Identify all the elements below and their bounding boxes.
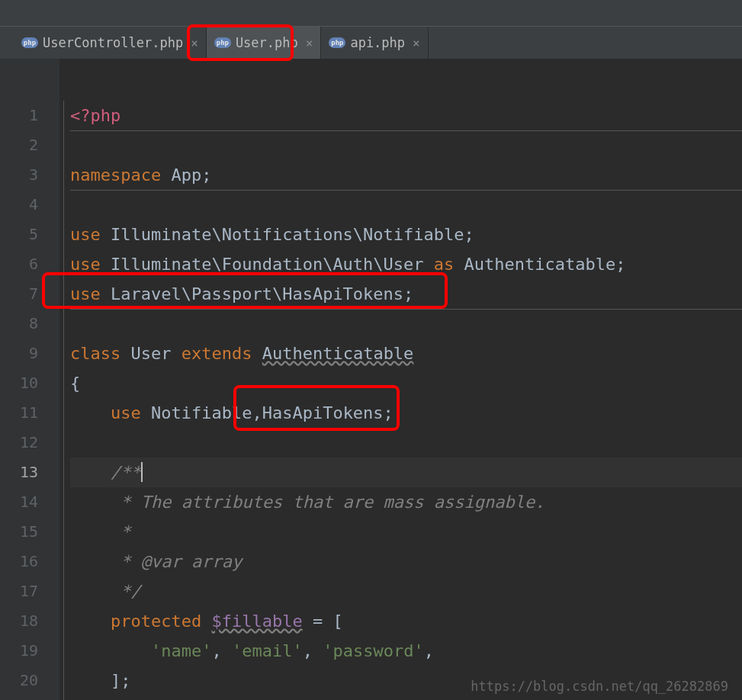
code-line: */ <box>70 576 742 606</box>
tab-user[interactable]: php User.php × <box>207 27 322 59</box>
code-line: { <box>70 368 742 398</box>
line-number: 12 <box>0 428 59 458</box>
php-icon: php <box>21 37 38 48</box>
code-line <box>70 428 742 458</box>
watermark: https://blog.csdn.net/qq_26282869 <box>471 679 728 694</box>
code-line: * @var array <box>70 547 742 576</box>
tab-label: UserController.php <box>43 35 183 50</box>
close-icon[interactable]: × <box>413 36 420 50</box>
code-line <box>70 190 742 220</box>
line-number: 17 <box>0 576 59 606</box>
line-number: 6 <box>0 249 59 279</box>
code-line: use Illuminate\Notifications\Notifiable; <box>70 220 742 249</box>
tab-label: api.php <box>350 35 405 50</box>
line-number: 13 <box>0 458 59 487</box>
tab-usercontroller[interactable]: php UserController.php × <box>14 27 207 59</box>
code-line: <?php <box>70 101 742 130</box>
line-number: 7 <box>0 279 59 309</box>
close-icon[interactable]: × <box>306 36 313 50</box>
code-line: namespace App; <box>70 160 742 190</box>
line-number: 11 <box>0 398 59 428</box>
code-line: 'name', 'email', 'password', <box>70 636 742 666</box>
line-number: 19 <box>0 636 59 666</box>
line-number: 4 <box>0 190 59 220</box>
code-line: class User extends Authenticatable <box>70 339 742 368</box>
gutter: 1 2 3 4 5 6 7 8 9 10 11 12 13 14 15 16 1… <box>0 59 59 700</box>
code-line: use Illuminate\Foundation\Auth\User as A… <box>70 249 742 279</box>
php-icon: php <box>214 37 231 48</box>
code-line: * <box>70 517 742 547</box>
tab-api[interactable]: php api.php × <box>321 27 428 59</box>
line-number: 5 <box>0 220 59 249</box>
line-number: 20 <box>0 666 59 695</box>
code-line <box>70 130 742 160</box>
line-number: 16 <box>0 547 59 576</box>
code-line: protected $fillable = [ <box>70 606 742 636</box>
editor[interactable]: 1 2 3 4 5 6 7 8 9 10 11 12 13 14 15 16 1… <box>0 59 742 700</box>
code-line: * The attributes that are mass assignabl… <box>70 487 742 517</box>
line-number: 2 <box>0 130 59 160</box>
code-line: /** <box>70 458 742 487</box>
code-line: use Laravel\Passport\HasApiTokens; <box>70 279 742 309</box>
line-number: 9 <box>0 339 59 368</box>
line-number: 3 <box>0 160 59 190</box>
line-number: 10 <box>0 368 59 398</box>
tab-label: User.php <box>236 35 298 50</box>
line-number: 18 <box>0 606 59 636</box>
code-line: use Notifiable,HasApiTokens; <box>70 398 742 428</box>
titlebar <box>0 0 742 27</box>
code-line <box>70 309 742 339</box>
line-number: 15 <box>0 517 59 547</box>
text-cursor <box>141 462 143 482</box>
code-area[interactable]: <?php namespace App; use Illuminate\Noti… <box>59 59 742 700</box>
line-number: 1 <box>0 101 59 130</box>
tab-bar: php UserController.php × php User.php × … <box>0 27 742 59</box>
line-number: 8 <box>0 309 59 339</box>
close-icon[interactable]: × <box>191 36 198 50</box>
php-icon: php <box>329 37 345 48</box>
line-number: 14 <box>0 487 59 517</box>
